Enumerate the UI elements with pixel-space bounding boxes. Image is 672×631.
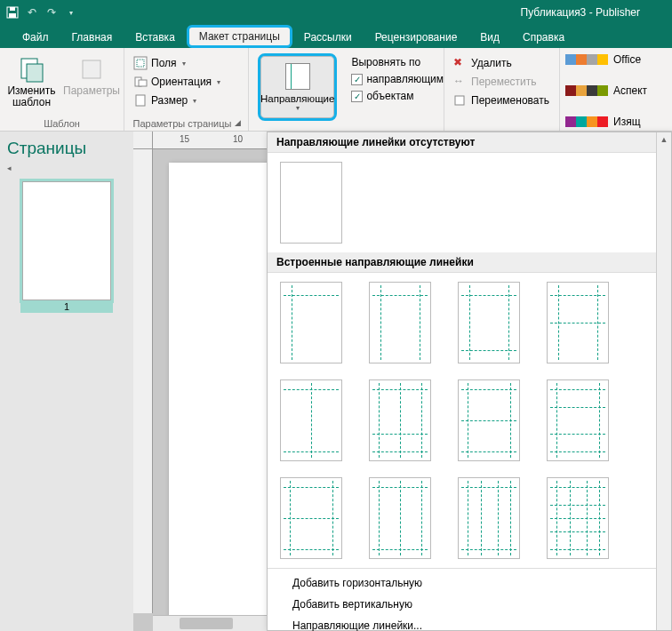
- margins-label: Поля: [151, 57, 177, 69]
- rename-page-button[interactable]: Переименовать: [450, 92, 553, 108]
- pages-panel: Страницы ◂ 1: [0, 132, 133, 631]
- guide-preset[interactable]: [547, 477, 609, 559]
- align-to-objects-checkbox[interactable]: ✓ объектам: [348, 89, 447, 103]
- ribbon-tabs: Файл Главная Вставка Макет страницы Расс…: [0, 25, 672, 48]
- change-template-button[interactable]: Изменить шаблон: [5, 52, 58, 112]
- group-layout: Направляющие ▾ Выровнять по ✓ направляющ…: [249, 48, 444, 131]
- tab-page-layout[interactable]: Макет страницы: [187, 25, 292, 48]
- align-to-guides-label: направляющим: [366, 73, 444, 85]
- redo-icon[interactable]: ↷: [44, 5, 59, 20]
- tab-review[interactable]: Рецензирование: [364, 27, 469, 48]
- window-title: Публикация3 - Publisher: [78, 6, 667, 19]
- size-button[interactable]: Размер▾: [130, 92, 224, 108]
- guide-preset-none[interactable]: [280, 162, 342, 244]
- margins-icon: [133, 56, 148, 70]
- ruler-tick: 10: [233, 134, 243, 144]
- title-bar: ↶ ↷ ▾ Публикация3 - Publisher: [0, 0, 672, 25]
- chevron-down-icon: ▾: [193, 97, 196, 105]
- ruler-guides-item[interactable]: Направляющие линейки...: [268, 615, 671, 631]
- align-to-label: Выровнять по: [348, 55, 447, 69]
- swatch-icon: [565, 116, 608, 127]
- group-page-setup-label: Параметры страницы: [130, 116, 235, 129]
- scheme-label: Аспект: [613, 84, 647, 97]
- scrollbar-thumb[interactable]: [180, 618, 233, 629]
- rename-page-label: Переименовать: [471, 94, 549, 107]
- group-template-label: Шаблон: [5, 116, 118, 129]
- save-icon[interactable]: [5, 5, 20, 20]
- template-options-button: Параметры: [65, 52, 118, 100]
- size-label: Размер: [151, 94, 188, 107]
- move-page-label: Переместить: [471, 76, 537, 88]
- tab-insert[interactable]: Вставка: [124, 27, 187, 48]
- guide-preset[interactable]: [280, 282, 342, 363]
- section-builtin-guides: Встроенные направляющие линейки: [268, 252, 671, 273]
- ruler-corner: [133, 132, 153, 149]
- guide-preset[interactable]: [280, 379, 342, 461]
- scroll-up-icon[interactable]: ▲: [657, 132, 671, 147]
- group-pages: ✖ Удалить ↔ Переместить Переименовать: [444, 48, 560, 131]
- scheme-label: Office: [613, 53, 641, 66]
- guide-preset[interactable]: [458, 379, 520, 461]
- guides-button[interactable]: Направляющие ▾: [258, 53, 337, 121]
- svg-rect-1: [10, 7, 15, 11]
- chevron-down-icon: ▾: [296, 104, 300, 112]
- svg-rect-11: [455, 96, 464, 105]
- builtin-guides-body: [268, 273, 671, 568]
- vertical-ruler[interactable]: [133, 149, 153, 613]
- guides-label: Направляющие: [260, 93, 334, 104]
- chevron-down-icon: ▾: [182, 60, 186, 68]
- guide-preset[interactable]: [369, 379, 431, 461]
- svg-rect-6: [134, 57, 147, 69]
- scheme-label: Изящ: [613, 116, 641, 128]
- tab-view[interactable]: Вид: [468, 27, 511, 48]
- tab-home[interactable]: Главная: [60, 27, 124, 48]
- swatch-icon: [565, 54, 608, 65]
- swatch-icon: [565, 85, 608, 96]
- tab-mailings[interactable]: Рассылки: [292, 27, 364, 48]
- page-thumbnail[interactable]: 1: [20, 181, 113, 313]
- ribbon: Изменить шаблон Параметры Шаблон Поля▾ О…: [0, 48, 672, 132]
- page-setup-launcher-icon[interactable]: ◢: [235, 118, 243, 127]
- svg-rect-9: [139, 80, 147, 86]
- delete-page-label: Удалить: [471, 57, 512, 69]
- change-template-label: Изменить шаблон: [7, 85, 56, 108]
- scheme-aspect[interactable]: Аспект: [565, 84, 672, 97]
- section-no-guides: Направляющие линейки отсутствуют: [268, 132, 671, 153]
- undo-icon[interactable]: ↶: [25, 5, 39, 20]
- tab-file[interactable]: Файл: [11, 27, 60, 48]
- quick-access-toolbar: ↶ ↷ ▾: [5, 5, 78, 20]
- align-to-guides-checkbox[interactable]: ✓ направляющим: [348, 72, 447, 86]
- template-options-label: Параметры: [63, 85, 120, 97]
- group-pages-label: [450, 116, 554, 129]
- orientation-label: Ориентация: [151, 76, 212, 88]
- guides-dropdown: ▲ Направляющие линейки отсутствуют Встро…: [267, 132, 672, 631]
- collapse-icon[interactable]: ◂: [7, 164, 126, 172]
- group-page-setup: Поля▾ Ориентация▾ Размер▾ Параметры стра…: [124, 48, 249, 131]
- template-icon: [18, 55, 46, 84]
- delete-page-button[interactable]: ✖ Удалить: [450, 55, 553, 71]
- guide-preset[interactable]: [458, 282, 520, 363]
- checkbox-checked-icon: ✓: [351, 74, 363, 85]
- qat-dropdown-icon[interactable]: ▾: [64, 5, 78, 20]
- guide-preset[interactable]: [458, 477, 520, 559]
- scheme-elegant[interactable]: Изящ: [565, 116, 672, 128]
- pages-heading: Страницы: [7, 139, 126, 158]
- align-to-objects-label: объектам: [366, 90, 413, 102]
- guide-preset[interactable]: [280, 477, 342, 559]
- add-vertical-guide[interactable]: Добавить вертикальную: [268, 594, 671, 615]
- dropdown-scrollbar[interactable]: ▲: [656, 132, 671, 630]
- tab-help[interactable]: Справка: [511, 27, 576, 48]
- orientation-button[interactable]: Ориентация▾: [130, 74, 224, 90]
- margins-button[interactable]: Поля▾: [130, 55, 224, 71]
- guides-icon: [285, 63, 310, 90]
- rename-icon: [453, 93, 468, 108]
- guide-preset[interactable]: [547, 379, 609, 461]
- guide-preset[interactable]: [547, 282, 609, 363]
- guides-menu: Добавить горизонтальную Добавить вертика…: [268, 568, 671, 631]
- guide-preset[interactable]: [369, 282, 431, 363]
- guide-preset[interactable]: [369, 477, 431, 559]
- add-horizontal-guide[interactable]: Добавить горизонтальную: [268, 572, 671, 594]
- options-icon: [77, 55, 106, 84]
- scheme-office[interactable]: Office: [565, 53, 672, 66]
- checkbox-checked-icon: ✓: [351, 91, 363, 102]
